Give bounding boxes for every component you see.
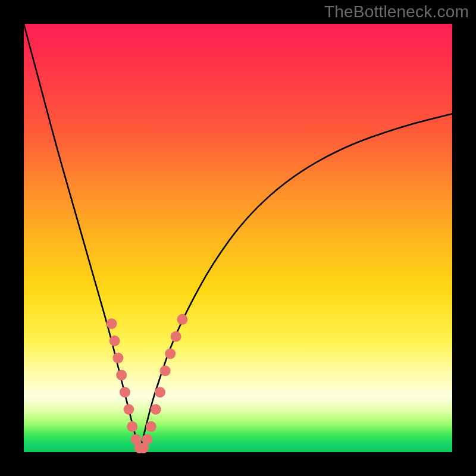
curve-marker — [177, 314, 187, 325]
plot-area — [24, 24, 452, 452]
curve-marker — [112, 353, 123, 364]
bottleneck-curve — [24, 24, 452, 448]
curve-svg — [24, 24, 452, 452]
curve-marker — [165, 348, 176, 359]
curve-marker — [171, 331, 181, 342]
curve-marker — [109, 336, 120, 346]
curve-marker — [123, 404, 134, 415]
curve-marker — [151, 404, 161, 415]
curve-marker — [116, 369, 127, 380]
watermark-text: TheBottleneck.com — [324, 2, 469, 21]
curve-marker — [160, 365, 171, 376]
curve-marker — [146, 421, 156, 432]
curve-marker — [142, 434, 152, 444]
curve-marker — [127, 421, 137, 432]
curve-markers — [107, 314, 188, 453]
chart-frame: TheBottleneck.com — [0, 0, 476, 476]
curve-marker — [155, 387, 165, 397]
curve-marker — [107, 318, 117, 329]
curve-marker — [120, 387, 130, 397]
